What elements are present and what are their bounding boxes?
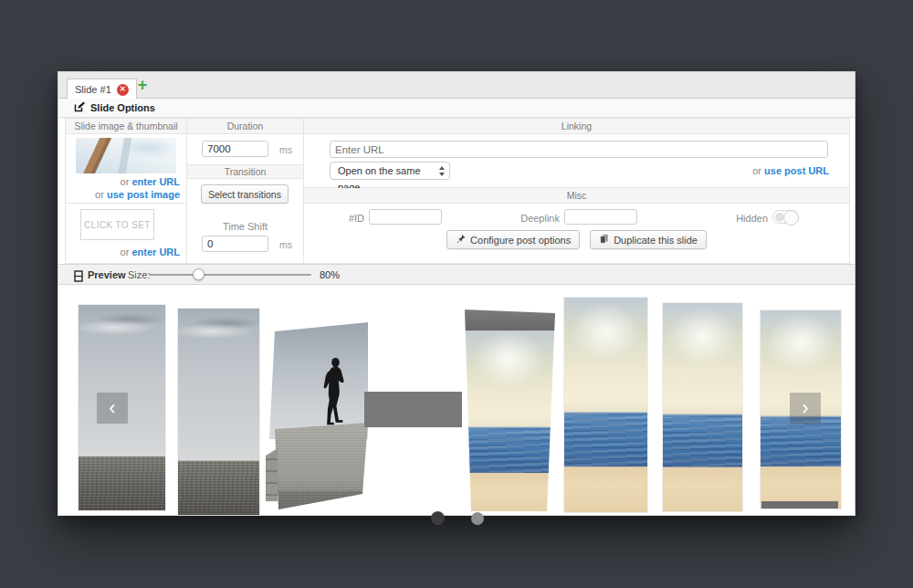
duration-input[interactable] bbox=[202, 141, 268, 157]
preview-size-value: 80% bbox=[320, 269, 340, 280]
or-text: or bbox=[121, 176, 130, 187]
preview-strip-4-rotating bbox=[462, 310, 555, 511]
use-post-url-line: or use post URL bbox=[752, 165, 829, 176]
slide-options-grid: Slide image & thumbnail or enter URL or … bbox=[65, 118, 850, 264]
id-input[interactable] bbox=[369, 209, 442, 225]
image-column: Slide image & thumbnail or enter URL or … bbox=[65, 118, 187, 264]
copy-icon bbox=[599, 234, 609, 246]
slide-options-header: Slide Options bbox=[58, 99, 855, 118]
use-post-image-link[interactable]: use post image bbox=[107, 189, 180, 200]
duration-header: Duration bbox=[187, 119, 303, 134]
duration-unit: ms bbox=[279, 144, 292, 155]
select-stepper-icon bbox=[438, 165, 446, 177]
tab-slide-1-label: Slide #1 bbox=[75, 84, 111, 95]
use-post-image-line: or use post image bbox=[95, 189, 180, 200]
duplicate-slide-button[interactable]: Duplicate this slide bbox=[590, 230, 707, 249]
slide-tab-bar: Slide #1 ✕ + bbox=[58, 72, 855, 99]
preview-bar: Preview Size: 80% bbox=[58, 264, 855, 285]
slide-thumbnail-image[interactable] bbox=[76, 138, 176, 173]
concrete-podium bbox=[268, 423, 368, 509]
pagination-dot-active[interactable] bbox=[431, 511, 445, 525]
slide-url-input[interactable] bbox=[330, 141, 828, 158]
hidden-toggle[interactable] bbox=[772, 210, 799, 224]
preview-label: Preview bbox=[88, 269, 126, 280]
slide-options-title: Slide Options bbox=[90, 102, 155, 113]
next-slide-arrow[interactable]: › bbox=[790, 393, 821, 424]
column-divider bbox=[66, 203, 186, 204]
time-shift-unit: ms bbox=[279, 239, 292, 250]
or-text: or bbox=[752, 165, 761, 176]
enter-url-line-2: or enter URL bbox=[121, 247, 180, 257]
businessman-figure bbox=[319, 357, 349, 430]
slide-editor-panel: Slide #1 ✕ + Slide Options Slide image &… bbox=[58, 71, 855, 516]
hidden-label: Hidden bbox=[726, 213, 768, 224]
id-label: #ID bbox=[331, 213, 364, 224]
podium-steps bbox=[266, 448, 278, 501]
strip-3-sky bbox=[266, 320, 368, 439]
add-slide-button[interactable]: + bbox=[134, 77, 151, 94]
image-column-header: Slide image & thumbnail bbox=[66, 119, 186, 134]
preview-strip-6 bbox=[663, 303, 742, 511]
use-post-url-link[interactable]: use post URL bbox=[764, 165, 829, 176]
filmstrip-icon bbox=[74, 269, 83, 286]
deeplink-label: Deeplink bbox=[505, 213, 560, 224]
enter-url-line-1: or enter URL bbox=[121, 176, 180, 187]
preview-size-slider-handle[interactable] bbox=[193, 268, 205, 280]
select-transitions-button[interactable]: Select transitions bbox=[201, 184, 289, 204]
strip-4-image bbox=[462, 331, 555, 511]
or-text: or bbox=[95, 189, 104, 200]
misc-buttons-row: Configure post options Duplicate this sl… bbox=[304, 230, 849, 249]
pushpin-icon bbox=[456, 234, 466, 246]
tab-slide-1[interactable]: Slide #1 ✕ bbox=[67, 79, 137, 100]
time-shift-input[interactable] bbox=[202, 236, 268, 252]
caption-placeholder-box bbox=[364, 392, 462, 427]
screenshot-stage: Slide #1 ✕ + Slide Options Slide image &… bbox=[0, 0, 913, 588]
linking-section: Linking Open on the same page or use pos… bbox=[304, 118, 850, 188]
prev-slide-arrow[interactable]: ‹ bbox=[97, 393, 128, 424]
enter-url-link-1[interactable]: enter URL bbox=[131, 176, 180, 187]
misc-section: Misc #ID Deeplink Hidden Configure post … bbox=[304, 188, 850, 264]
preview-strip-5 bbox=[564, 298, 647, 512]
slider-preview-canvas: ‹ › bbox=[58, 285, 855, 515]
deeplink-input[interactable] bbox=[564, 209, 637, 225]
strip-4-top-face bbox=[462, 310, 555, 331]
click-to-set-box[interactable]: CLICK TO SET bbox=[80, 209, 154, 240]
preview-strip-2 bbox=[178, 309, 259, 515]
configure-post-options-label: Configure post options bbox=[470, 235, 571, 246]
misc-header: Misc bbox=[304, 188, 849, 204]
duplicate-slide-label: Duplicate this slide bbox=[614, 235, 698, 246]
close-slide-icon[interactable]: ✕ bbox=[117, 84, 129, 96]
configure-post-options-button[interactable]: Configure post options bbox=[446, 230, 580, 249]
duration-column: Duration ms Transition Select transition… bbox=[187, 118, 304, 264]
edit-icon bbox=[74, 100, 85, 116]
or-text: or bbox=[121, 247, 130, 257]
link-target-select[interactable]: Open on the same page bbox=[330, 162, 450, 180]
time-shift-label: Time Shift bbox=[187, 221, 303, 232]
linking-header: Linking bbox=[304, 119, 849, 134]
pagination-dot[interactable] bbox=[471, 512, 484, 525]
preview-size-label: Size: bbox=[128, 269, 150, 280]
preview-size-slider-track[interactable] bbox=[149, 274, 311, 276]
preview-strip-3-man-on-podium bbox=[266, 320, 368, 509]
enter-url-link-2[interactable]: enter URL bbox=[131, 247, 180, 257]
transition-header: Transition bbox=[187, 164, 303, 179]
